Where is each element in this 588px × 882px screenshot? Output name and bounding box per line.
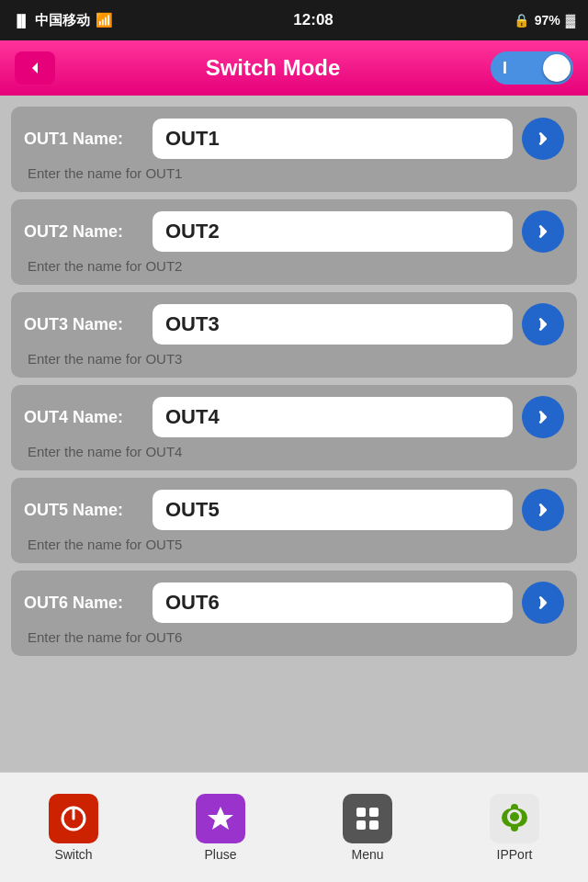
battery-label: 97% bbox=[535, 13, 560, 28]
out-5-label: OUT5 Name: bbox=[24, 501, 143, 520]
toggle-label: I bbox=[493, 59, 507, 78]
status-right: 🔒 97% ▓ bbox=[514, 13, 575, 28]
battery-icon: ▓ bbox=[566, 13, 575, 28]
out-3-label: OUT3 Name: bbox=[24, 315, 143, 334]
out-2-input[interactable] bbox=[153, 211, 513, 252]
page-title: Switch Mode bbox=[55, 55, 491, 81]
out-5-input[interactable] bbox=[153, 490, 513, 530]
out-row-2: OUT2 Name:Enter the name for OUT2 bbox=[11, 199, 577, 285]
out-6-label: OUT6 Name: bbox=[24, 594, 143, 613]
out-1-hint: Enter the name for OUT1 bbox=[24, 165, 564, 181]
menu-icon bbox=[343, 794, 392, 843]
tab-pluse[interactable]: Pluse bbox=[147, 773, 294, 882]
back-button[interactable] bbox=[15, 51, 55, 85]
out-row-3-top: OUT3 Name: bbox=[24, 303, 564, 345]
out-4-hint: Enter the name for OUT4 bbox=[24, 444, 564, 459]
out-1-label: OUT1 Name: bbox=[24, 130, 143, 149]
out-row-5: OUT5 Name:Enter the name for OUT5 bbox=[11, 478, 577, 563]
out-row-6-top: OUT6 Name: bbox=[24, 582, 564, 624]
out-5-hint: Enter the name for OUT5 bbox=[24, 537, 564, 552]
tab-menu[interactable]: Menu bbox=[294, 773, 441, 882]
tab-ipport-label: IPPort bbox=[497, 847, 533, 862]
svg-rect-4 bbox=[369, 808, 379, 817]
out-row-1: OUT1 Name:Enter the name for OUT1 bbox=[11, 107, 577, 192]
signal-icon: ▐▌ bbox=[13, 14, 29, 28]
out-3-input[interactable] bbox=[153, 304, 513, 345]
mode-toggle[interactable]: I bbox=[491, 51, 573, 85]
out-6-input[interactable] bbox=[153, 582, 513, 623]
tab-ipport[interactable]: IPPort bbox=[441, 773, 588, 882]
pluse-icon bbox=[196, 794, 245, 843]
out-1-input[interactable] bbox=[153, 119, 513, 159]
out-6-arrow-button[interactable] bbox=[522, 582, 564, 624]
status-left: ▐▌ 中国移动 📶 bbox=[13, 12, 113, 29]
out-row-5-top: OUT5 Name: bbox=[24, 489, 564, 531]
svg-rect-3 bbox=[356, 808, 366, 817]
out-row-1-top: OUT1 Name: bbox=[24, 118, 564, 160]
out-4-label: OUT4 Name: bbox=[24, 408, 143, 427]
out-row-2-top: OUT2 Name: bbox=[24, 210, 564, 253]
content-area: OUT1 Name:Enter the name for OUT1OUT2 Na… bbox=[0, 96, 588, 772]
out-4-input[interactable] bbox=[153, 397, 513, 437]
out-1-arrow-button[interactable] bbox=[522, 118, 564, 160]
tab-switch[interactable]: Switch bbox=[0, 773, 147, 882]
out-row-3: OUT3 Name:Enter the name for OUT3 bbox=[11, 292, 577, 378]
out-2-arrow-button[interactable] bbox=[522, 210, 564, 253]
wifi-icon: 📶 bbox=[96, 12, 113, 28]
time-label: 12:08 bbox=[293, 11, 333, 29]
tab-pluse-label: Pluse bbox=[204, 847, 236, 862]
out-2-hint: Enter the name for OUT2 bbox=[24, 258, 564, 274]
status-bar: ▐▌ 中国移动 📶 12:08 🔒 97% ▓ bbox=[0, 0, 588, 40]
out-2-label: OUT2 Name: bbox=[24, 222, 143, 242]
tab-menu-label: Menu bbox=[351, 847, 383, 862]
switch-icon bbox=[49, 794, 98, 843]
svg-rect-5 bbox=[356, 820, 366, 830]
out-3-hint: Enter the name for OUT3 bbox=[24, 351, 564, 367]
svg-marker-2 bbox=[208, 807, 233, 830]
toggle-thumb bbox=[543, 54, 571, 82]
out-5-arrow-button[interactable] bbox=[522, 489, 564, 531]
out-6-hint: Enter the name for OUT6 bbox=[24, 629, 564, 645]
lock-icon: 🔒 bbox=[514, 13, 529, 28]
header: Switch Mode I bbox=[0, 40, 588, 96]
out-row-6: OUT6 Name:Enter the name for OUT6 bbox=[11, 571, 577, 656]
tab-bar: Switch Pluse Menu IPPort bbox=[0, 772, 588, 882]
out-row-4: OUT4 Name:Enter the name for OUT4 bbox=[11, 385, 577, 470]
out-4-arrow-button[interactable] bbox=[522, 396, 564, 438]
ipport-icon bbox=[490, 794, 539, 843]
carrier-label: 中国移动 bbox=[35, 12, 90, 29]
tab-switch-label: Switch bbox=[54, 847, 92, 862]
out-3-arrow-button[interactable] bbox=[522, 303, 564, 345]
out-row-4-top: OUT4 Name: bbox=[24, 396, 564, 438]
svg-rect-6 bbox=[369, 820, 379, 830]
